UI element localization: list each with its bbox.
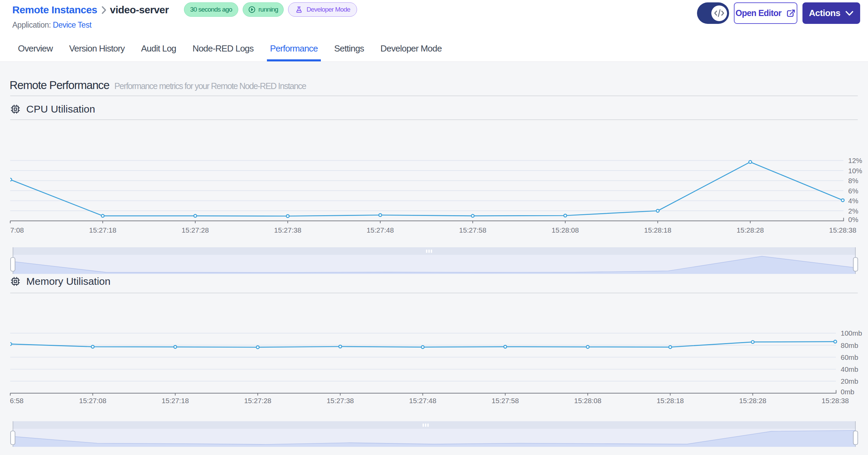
svg-text:15:27:28: 15:27:28 [182, 226, 209, 234]
svg-text:15:27:08: 15:27:08 [79, 397, 106, 405]
svg-text:15:27:58: 15:27:58 [459, 226, 486, 234]
svg-text:15:28:38: 15:28:38 [822, 397, 849, 405]
svg-text:40mb: 40mb [841, 365, 858, 373]
svg-text:0mb: 0mb [841, 388, 854, 396]
svg-text:7:08: 7:08 [10, 226, 24, 234]
svg-text:15:28:08: 15:28:08 [552, 226, 579, 234]
svg-text:15:27:58: 15:27:58 [492, 397, 519, 405]
svg-text:12%: 12% [848, 157, 862, 164]
svg-text:6:58: 6:58 [10, 397, 24, 405]
svg-text:4%: 4% [848, 197, 858, 205]
svg-text:60mb: 60mb [841, 353, 858, 361]
svg-text:80mb: 80mb [841, 341, 858, 349]
svg-text:15:27:38: 15:27:38 [274, 226, 301, 234]
svg-text:15:28:18: 15:28:18 [644, 226, 671, 234]
svg-text:100mb: 100mb [841, 329, 862, 337]
svg-text:15:27:38: 15:27:38 [327, 397, 354, 405]
svg-text:15:28:28: 15:28:28 [739, 397, 766, 405]
svg-text:15:28:28: 15:28:28 [737, 226, 764, 234]
svg-text:15:27:18: 15:27:18 [161, 397, 189, 405]
svg-text:15:28:18: 15:28:18 [657, 397, 684, 405]
svg-text:2%: 2% [848, 207, 858, 215]
svg-text:15:27:48: 15:27:48 [409, 397, 437, 405]
svg-text:15:28:38: 15:28:38 [829, 226, 856, 234]
svg-text:0%: 0% [848, 216, 858, 223]
svg-text:8%: 8% [848, 177, 858, 185]
svg-text:15:28:08: 15:28:08 [574, 397, 601, 405]
svg-text:10%: 10% [848, 167, 862, 175]
svg-text:15:27:28: 15:27:28 [244, 397, 271, 405]
svg-text:15:27:48: 15:27:48 [367, 226, 394, 234]
svg-text:6%: 6% [848, 187, 858, 195]
svg-text:20mb: 20mb [841, 377, 858, 385]
svg-text:15:27:18: 15:27:18 [89, 226, 116, 234]
